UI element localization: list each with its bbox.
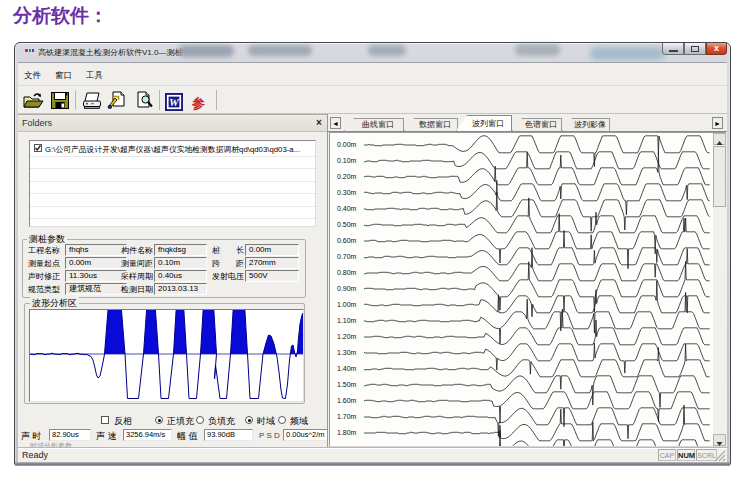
svg-text:W: W xyxy=(169,96,180,108)
